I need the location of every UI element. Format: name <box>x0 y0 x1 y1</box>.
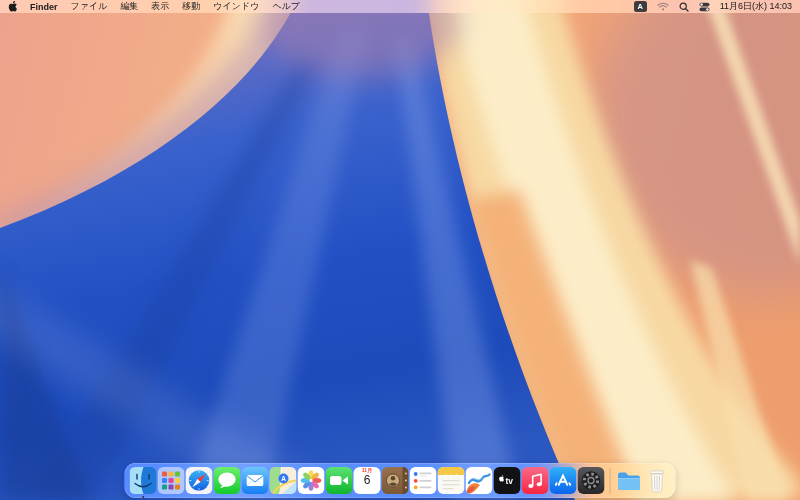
calendar-icon: 11月6 <box>354 467 381 494</box>
photos-icon <box>298 467 325 494</box>
menu-bar: Finder ファイル 編集 表示 移動 ウインドウ ヘルプ A <box>0 0 800 13</box>
dock-item-photos[interactable] <box>298 467 325 494</box>
svg-text:tv: tv <box>506 476 514 486</box>
control-center-icon[interactable] <box>699 2 710 12</box>
input-source-indicator[interactable]: A <box>634 1 647 12</box>
dock-item-music[interactable] <box>522 467 549 494</box>
dock-item-safari[interactable] <box>186 467 213 494</box>
freeform-icon <box>466 467 493 494</box>
dock-item-freeform[interactable] <box>466 467 493 494</box>
desktop[interactable]: Finder ファイル 編集 表示 移動 ウインドウ ヘルプ A <box>0 0 800 500</box>
dock-item-appstore[interactable] <box>550 467 577 494</box>
safari-icon <box>186 467 213 494</box>
calendar-day-label: 6 <box>364 474 371 487</box>
menu-view[interactable]: 表示 <box>151 0 169 13</box>
contacts-icon <box>382 467 409 494</box>
messages-icon <box>214 467 241 494</box>
menu-go[interactable]: 移動 <box>182 0 200 13</box>
dock-item-notes[interactable] <box>438 467 465 494</box>
facetime-icon <box>326 467 353 494</box>
dock: A 11月6 <box>125 463 676 498</box>
launchpad-icon <box>158 467 185 494</box>
dock-item-launchpad[interactable] <box>158 467 185 494</box>
dock-item-trash[interactable] <box>644 467 671 494</box>
dock-item-tv[interactable]: tv <box>494 467 521 494</box>
notes-icon <box>438 467 465 494</box>
menu-bar-clock[interactable]: 11月6日(水) 14:03 <box>720 0 792 13</box>
svg-text:A: A <box>281 475 286 482</box>
dock-item-facetime[interactable] <box>326 467 353 494</box>
finder-icon <box>130 467 157 494</box>
spotlight-search-icon[interactable] <box>679 2 689 12</box>
dock-item-finder[interactable] <box>130 467 157 494</box>
menu-file[interactable]: ファイル <box>71 0 108 13</box>
trash-icon <box>644 467 671 494</box>
dock-item-mail[interactable] <box>242 467 269 494</box>
dock-item-downloads[interactable] <box>616 467 643 494</box>
dock-item-contacts[interactable] <box>382 467 409 494</box>
app-store-icon <box>550 467 577 494</box>
apple-tv-icon: tv <box>494 467 521 494</box>
menu-help[interactable]: ヘルプ <box>272 0 300 13</box>
menu-edit[interactable]: 編集 <box>120 0 138 13</box>
system-settings-icon <box>578 467 605 494</box>
menu-window[interactable]: ウインドウ <box>213 0 259 13</box>
downloads-folder-icon <box>616 467 643 494</box>
reminders-icon <box>410 467 437 494</box>
wifi-icon[interactable] <box>657 2 669 11</box>
music-icon <box>522 467 549 494</box>
apple-menu[interactable] <box>8 1 17 12</box>
dock-item-messages[interactable] <box>214 467 241 494</box>
mail-icon <box>242 467 269 494</box>
menu-app-name[interactable]: Finder <box>30 2 58 12</box>
dock-item-reminders[interactable] <box>410 467 437 494</box>
running-indicator-dot <box>142 496 145 499</box>
dock-item-maps[interactable]: A <box>270 467 297 494</box>
dock-item-calendar[interactable]: 11月6 <box>354 467 381 494</box>
apple-logo-icon <box>8 1 17 12</box>
dock-item-settings[interactable] <box>578 467 605 494</box>
dock-separator <box>610 468 611 494</box>
maps-icon: A <box>270 467 297 494</box>
desktop-wallpaper <box>0 0 800 500</box>
